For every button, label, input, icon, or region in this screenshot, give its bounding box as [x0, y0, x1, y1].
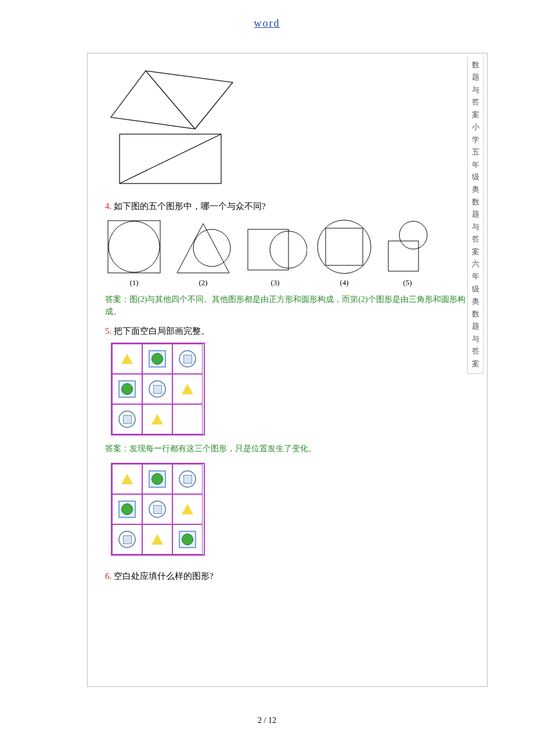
- square-half-circle-icon: [243, 224, 307, 276]
- q5-text: 把下面空白局部画完整。: [114, 326, 210, 336]
- q4-label-5: (5): [381, 278, 434, 287]
- circle-square-icon: [179, 350, 196, 368]
- triangle-icon: [182, 384, 193, 394]
- figure-top-shapes: [105, 65, 481, 189]
- q4-fig-5: (5): [381, 218, 434, 287]
- q4-answer: 答案：图(2)与其他四个不同。其他图形都是由正方形和圆形构成，而第(2)个图形是…: [105, 293, 470, 318]
- circle-square-icon: [118, 411, 136, 428]
- grid-cell: [112, 524, 142, 555]
- q4-fig-4: (4): [315, 218, 373, 287]
- grid-cell: [112, 464, 142, 494]
- svg-rect-13: [388, 241, 418, 271]
- sidebar-vertical-text: 数题与答案小学五年级奥数题与答案六年级奥数题与答案: [467, 56, 484, 374]
- triangle-icon: [151, 414, 163, 424]
- parallelogram-icon: [105, 65, 239, 135]
- grid-cell: [172, 374, 203, 404]
- svg-rect-11: [326, 228, 363, 265]
- svg-point-6: [193, 229, 230, 267]
- question-4: 4. 如下图的五个图形中，哪一个与众不同?: [105, 201, 481, 212]
- svg-marker-7: [177, 224, 229, 273]
- grid-cell: [112, 374, 142, 404]
- triangle-icon: [182, 504, 193, 514]
- grid-cell: [142, 404, 172, 434]
- square-circle-icon: [149, 470, 166, 488]
- svg-line-3: [120, 134, 221, 183]
- grid-cell: [172, 344, 203, 374]
- grid-cell: [112, 404, 142, 434]
- square-circle-icon: [118, 501, 136, 518]
- square-circle-icon: [179, 531, 196, 548]
- grid-cell: [112, 494, 142, 524]
- svg-point-5: [109, 221, 160, 272]
- q5-answer: 答案：发现每一行都有这三个图形，只是位置发生了变化。: [105, 442, 470, 455]
- grid-cell: [142, 464, 172, 494]
- svg-point-12: [399, 221, 427, 249]
- circle-inscribed-square-icon: [315, 218, 373, 276]
- circle-square-icon: [149, 501, 166, 518]
- grid-cell-blank: [172, 404, 203, 434]
- grid-cell: [142, 344, 172, 374]
- square-circle-icon: [149, 350, 166, 368]
- rectangle-diagonal-icon: [117, 131, 227, 189]
- svg-rect-4: [108, 221, 160, 273]
- q4-label-2: (2): [171, 278, 235, 287]
- circle-over-square-icon: [381, 218, 434, 276]
- q4-fig-3: (3): [243, 224, 307, 287]
- q4-label-3: (3): [243, 278, 307, 287]
- grid-cell: [172, 524, 203, 555]
- square-circle-icon: [118, 380, 136, 398]
- triangle-icon: [121, 354, 133, 364]
- q5-number: 5.: [105, 326, 111, 336]
- circle-square-icon: [149, 380, 166, 398]
- question-6: 6. 空白处应填什么样的图形?: [105, 571, 481, 582]
- svg-rect-8: [248, 229, 288, 270]
- svg-marker-0: [111, 71, 233, 129]
- triangle-icon: [151, 534, 163, 545]
- grid-cell: [112, 344, 142, 374]
- circle-square-icon: [118, 531, 136, 548]
- q6-number: 6.: [105, 571, 111, 581]
- q4-text: 如下图的五个图形中，哪一个与众不同?: [114, 201, 266, 211]
- q4-number: 4.: [105, 201, 111, 211]
- q6-text: 空白处应填什么样的图形?: [114, 571, 214, 581]
- triangle-icon: [121, 474, 133, 484]
- q4-fig-2: (2): [171, 218, 235, 287]
- content-frame: 数题与答案小学五年级奥数题与答案六年级奥数题与答案 4. 如下图的五个图形中，哪…: [87, 53, 488, 687]
- circle-square-icon: [179, 470, 196, 488]
- grid-cell: [142, 494, 172, 524]
- grid-cell: [172, 464, 203, 494]
- q4-label-4: (4): [315, 278, 373, 287]
- q5-grid-incomplete: [111, 343, 205, 435]
- q4-fig-1: (1): [105, 218, 163, 287]
- page-footer: 2 / 12: [0, 716, 534, 725]
- question-5: 5. 把下面空白局部画完整。: [105, 326, 481, 337]
- q4-figure-row: (1) (2) (3) (4: [105, 218, 481, 287]
- header-word-link[interactable]: word: [0, 17, 534, 30]
- svg-line-1: [146, 71, 195, 129]
- grid-cell: [172, 494, 203, 524]
- grid-cell: [142, 374, 172, 404]
- square-inscribed-circle-icon: [105, 218, 163, 276]
- q4-label-1: (1): [105, 278, 163, 287]
- grid-cell: [142, 524, 172, 555]
- triangle-circle-icon: [171, 218, 235, 276]
- q5-grid-complete: [111, 463, 205, 556]
